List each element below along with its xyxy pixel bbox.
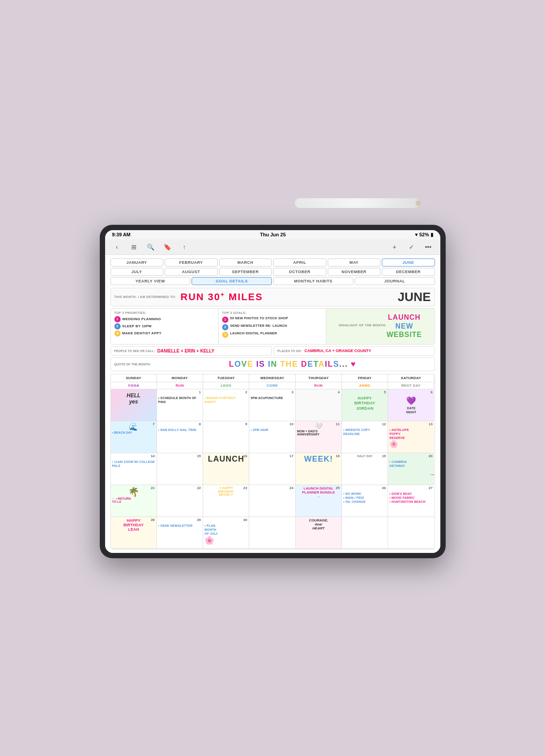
- month-btn-september[interactable]: SEPTEMBER: [219, 268, 272, 276]
- people-cell: PEOPLE TO SEE OR CALL: DANIELLE + ERIN +…: [110, 346, 272, 356]
- grid-icon[interactable]: ⊞: [129, 242, 139, 252]
- bookmark-icon[interactable]: 🔖: [163, 242, 173, 252]
- view-btn-goal-details[interactable]: GOAL DETAILS: [192, 277, 272, 285]
- goals-label: TOP 3 GOALS:: [222, 311, 322, 314]
- battery-display: 52%: [419, 232, 429, 237]
- cal-cell-9: 9: [203, 421, 249, 453]
- quote-row: QUOTE OF THE MONTH: LOVE IS IN THE DETAI…: [110, 357, 435, 371]
- cal-cell-16: 16LAUNCH: [203, 453, 249, 485]
- month-btn-november[interactable]: NOVEMBER: [328, 268, 381, 276]
- contact-row: PEOPLE TO SEE OR CALL: DANIELLE + ERIN +…: [110, 346, 435, 356]
- cal-header-wednesday: WEDNESDAY: [249, 374, 295, 382]
- month-btn-may[interactable]: MAY: [328, 259, 381, 266]
- check-icon[interactable]: ✓: [407, 242, 416, 252]
- cal-cell-33: [342, 517, 388, 549]
- back-icon[interactable]: ‹: [112, 242, 122, 252]
- highlight-text: LAUNCH NEW WEBSITE: [387, 313, 422, 339]
- cal-cell-8: 8• 8AM DOLLY NAIL TRIM: [157, 421, 203, 453]
- priorities-label: TOP 3 PRIORITIES:: [114, 311, 215, 314]
- determination-text: RUN 30+ MILES: [180, 291, 398, 303]
- cal-cell-30: 30• PLANMONTHOF JULY🌸: [203, 517, 249, 549]
- ipad: 9:39 AM Thu Jun 25 ▾ 52% ▮ ‹ ⊞ 🔍 🔖 ↑ + ✓…: [100, 225, 446, 558]
- view-btn-journal[interactable]: JOURNAL: [355, 277, 435, 285]
- workout-run: RUN: [157, 382, 203, 389]
- month-btn-april[interactable]: APRIL: [273, 259, 326, 266]
- status-bar: 9:39 AM Thu Jun 25 ▾ 52% ▮: [105, 230, 440, 239]
- cal-cell-26: 26• NO WORK• MANI / PEDI• OIL CHANGE: [342, 485, 388, 517]
- month-title: JUNE: [398, 290, 431, 304]
- cal-cell-17: 17: [249, 453, 295, 485]
- cal-cell-3: 35PM ACUPUNCTURE: [249, 389, 295, 421]
- battery-icon: ▮: [431, 232, 433, 237]
- priorities-cell: TOP 3 PRIORITIES: 1WEDDING PLANNING2SLEE…: [111, 309, 219, 344]
- month-btn-october[interactable]: OCTOBER: [273, 268, 326, 276]
- priorities-list: 1WEDDING PLANNING2SLEEP BY 10PM3MAKE DEN…: [114, 316, 215, 337]
- add-icon[interactable]: +: [390, 242, 400, 252]
- toolbar: ‹ ⊞ 🔍 🔖 ↑ + ✓ •••: [105, 239, 440, 255]
- workout-legs: LEGS: [203, 382, 249, 389]
- determination-label: THIS MONTH, I AM DETERMINED TO:: [114, 295, 176, 298]
- goals-list: 150 NEW PHOTOS TO STOCK SHOP2SEND NEWSLE…: [222, 316, 322, 338]
- places-value: CAMBRIA, CA + ORANGE COUNTY: [305, 349, 371, 353]
- cal-cell-1: 1• SCHEDULE MONTH OF PINS: [157, 389, 203, 421]
- quote-label: QUOTE OF THE MONTH:: [114, 363, 151, 366]
- workout-yoga: YOGA: [111, 382, 157, 389]
- places-cell: PLACES TO GO: CAMBRIA, CA + ORANGE COUNT…: [274, 346, 435, 356]
- cal-cell-5: 5HAPPYBIRTHDAYJORDAN: [342, 389, 388, 421]
- month-btn-march[interactable]: MARCH: [219, 259, 272, 266]
- goals-cell: TOP 3 GOALS: 150 NEW PHOTOS TO STOCK SHO…: [219, 309, 326, 344]
- cal-header-sunday: SUNDAY: [111, 374, 157, 382]
- cal-header-monday: MONDAY: [157, 374, 203, 382]
- more-icon[interactable]: •••: [423, 242, 433, 252]
- people-value: DANIELLE + ERIN + KELLY: [157, 349, 215, 353]
- date-display: Thu Jun 25: [260, 232, 286, 237]
- cal-cell-23: 23✦ HAPPYBIRTHDAYDEVON ✦: [203, 485, 249, 517]
- cal-cell-0: HELLyes: [111, 389, 157, 421]
- cal-header-tuesday: TUESDAY: [203, 374, 249, 382]
- priority-item: 1WEDDING PLANNING: [114, 316, 215, 322]
- view-btn-yearly-view[interactable]: YEARLY VIEW: [110, 277, 191, 285]
- month-btn-july[interactable]: JULY: [110, 268, 164, 276]
- cal-cell-29: 29• SEND NEWSLETTER: [157, 517, 203, 549]
- places-label: PLACES TO GO:: [278, 349, 302, 353]
- calendar: SUNDAYMONDAYTUESDAYWEDNESDAYTHURSDAYFRID…: [110, 374, 435, 549]
- planner-content: JANUARYFEBRUARYMARCHAPRILMAYJUNE JULYAUG…: [105, 255, 440, 553]
- workout-arms: ARMS: [342, 382, 388, 389]
- share-icon[interactable]: ↑: [180, 242, 189, 252]
- cal-cell-7: 7🌊• BEACH DAY: [111, 421, 157, 453]
- cal-grid: HELLyes1• SCHEDULE MONTH OF PINS2• BRAND…: [111, 389, 435, 549]
- cal-cell-20: 20• CAMBRIAGETAWAY→: [388, 453, 434, 485]
- cal-cell-4: 4: [296, 389, 342, 421]
- month-btn-january[interactable]: JANUARY: [110, 259, 164, 266]
- cal-cell-27: 27• DOM'S BDAY• MOOD FABRIC• HUNTINGTON …: [388, 485, 434, 517]
- ipad-screen: 9:39 AM Thu Jun 25 ▾ 52% ▮ ‹ ⊞ 🔍 🔖 ↑ + ✓…: [105, 230, 440, 553]
- cal-header-saturday: SATURDAY: [388, 374, 434, 382]
- highlight-cell: HIGHLIGHT OF THE MONTH: LAUNCH NEW WEBSI…: [326, 309, 434, 344]
- month-btn-june[interactable]: JUNE: [382, 259, 435, 266]
- cal-header-thursday: THURSDAY: [296, 374, 342, 382]
- view-nav: YEARLY VIEWGOAL DETAILSMONTHLY HABITSJOU…: [110, 277, 435, 285]
- cal-cell-6: 6💜DATENIGHT: [388, 389, 434, 421]
- goal-item: 2SEND NEWSLETTER RE: LAUNCH: [222, 324, 322, 330]
- cal-cell-12: 12• WEBSITE COPY DEADLINE: [342, 421, 388, 453]
- month-btn-february[interactable]: FEBRUARY: [165, 259, 218, 266]
- workout-rest day: REST DAY: [388, 382, 434, 389]
- month-btn-december[interactable]: DECEMBER: [382, 268, 435, 276]
- people-label: PEOPLE TO SEE OR CALL:: [114, 349, 155, 353]
- scene: 9:39 AM Thu Jun 25 ▾ 52% ▮ ‹ ⊞ 🔍 🔖 ↑ + ✓…: [100, 198, 446, 558]
- cal-day-headers: SUNDAYMONDAYTUESDAYWEDNESDAYTHURSDAYFRID…: [111, 374, 435, 382]
- cal-cell-14: 14• 11AM ZOOM W/ COLLEGE PALS: [111, 453, 157, 485]
- cal-workout-row: YOGARUNLEGSCORERUNARMSREST DAY: [111, 382, 435, 389]
- cal-cell-25: 25LAUNCH DIGITALPLANNER BUNDLE→: [296, 485, 342, 517]
- cal-cell-22: 22: [157, 485, 203, 517]
- info-grid: TOP 3 PRIORITIES: 1WEDDING PLANNING2SLEE…: [110, 308, 435, 345]
- cal-header-friday: FRIDAY: [342, 374, 388, 382]
- cal-cell-15: 15: [157, 453, 203, 485]
- cal-cell-11: 11🤍MOM + DAD'SANNIVERSARY: [296, 421, 342, 453]
- cal-cell-21: 21🌴← • RETURNTO LA: [111, 485, 157, 517]
- view-btn-monthly-habits[interactable]: MONTHLY HABITS: [273, 277, 353, 285]
- search-icon[interactable]: 🔍: [146, 242, 156, 252]
- month-btn-august[interactable]: AUGUST: [165, 268, 218, 276]
- workout-run: RUN: [296, 382, 342, 389]
- quote-text: LOVE IS IN THE DETAILS... ♥: [154, 360, 431, 369]
